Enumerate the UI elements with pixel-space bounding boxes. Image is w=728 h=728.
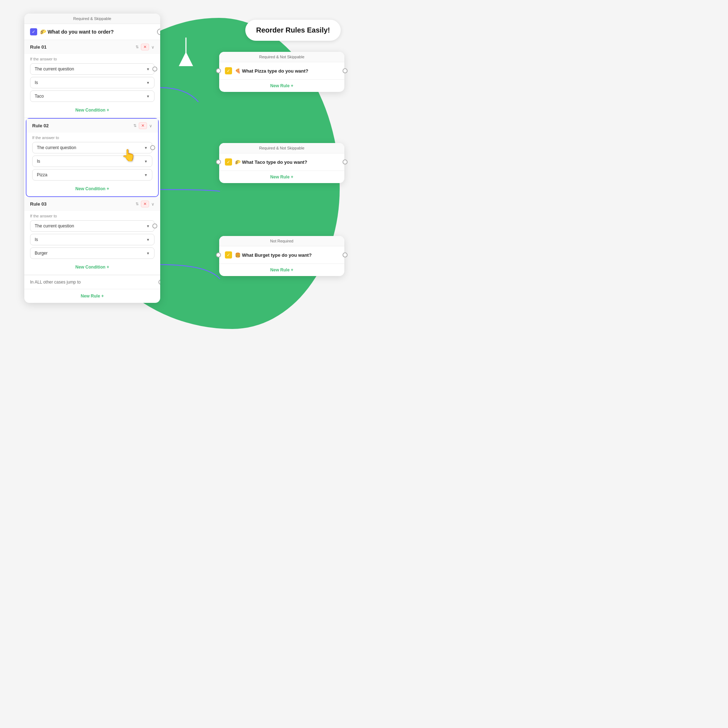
rule-01-question-text: The current question	[35, 66, 74, 72]
rule-02-if-label: If the answer to	[32, 136, 152, 140]
rule-02-section: Rule 02 ⇅ ✕ ∨ If the answer to The curre…	[26, 118, 159, 197]
taco-card-new-rule[interactable]: New Rule +	[219, 171, 344, 183]
taco-card-dot-right	[343, 159, 347, 165]
rule-01-body: If the answer to The current question ▼ …	[24, 54, 160, 118]
question-row: ✓ 🌮 What do you want to order?	[24, 24, 160, 40]
rule-03-header: Rule 03 ⇅ ✕ ∨	[24, 197, 160, 211]
taco-card-question-text: 🌮 What Taco type do you want?	[235, 159, 307, 165]
rule-02-val-text: Pizza	[37, 172, 47, 177]
taco-card-checkbox: ✓	[225, 158, 232, 165]
burger-card: Not Required ✓ 🍔 What Burget type do you…	[219, 236, 344, 276]
rule-03-delete-btn[interactable]: ✕	[141, 200, 149, 207]
reorder-title: Reorder Rules Easily!	[256, 26, 330, 34]
reorder-bubble: Reorder Rules Easily!	[245, 20, 341, 41]
rule-03-val-dropdown[interactable]: Burger ▼	[30, 248, 154, 259]
rule-02-question-text: The current question	[37, 145, 76, 150]
taco-icon: 🌮	[235, 159, 241, 165]
panel-new-rule[interactable]: New Rule +	[24, 289, 160, 303]
rule-03-if-label: If the answer to	[30, 214, 154, 218]
rule-02-label: Rule 02	[32, 123, 49, 128]
taco-new-rule-label: New Rule	[270, 174, 290, 179]
all-cases-text: In ALL other cases jump to	[30, 280, 81, 284]
question-connector-right	[157, 29, 160, 35]
rule-01-op-text: Is	[35, 80, 38, 85]
rule-01-op-dropdown[interactable]: Is ▼	[30, 77, 154, 88]
pizza-card-new-rule[interactable]: New Rule +	[219, 80, 344, 92]
rule-02-question-dot	[150, 145, 155, 150]
rule-03-reorder-icon[interactable]: ⇅	[136, 202, 139, 206]
rule-03-section: Rule 03 ⇅ ✕ ∨ If the answer to The curre…	[24, 197, 160, 275]
rule-01-section: Rule 01 ⇅ ✕ ∨ If the answer to The curre…	[24, 40, 160, 118]
question-checkbox: ✓	[30, 28, 37, 35]
pizza-card: Required & Not Skippable ✓ 🍕 What Pizza …	[219, 52, 344, 92]
rule-01-op-arrow: ▼	[146, 81, 150, 85]
rule-03-new-condition[interactable]: New Condition +	[30, 261, 154, 273]
burger-card-new-rule[interactable]: New Rule +	[219, 264, 344, 276]
rule-02-new-condition-plus: +	[107, 186, 109, 191]
rule-02-reorder-icon[interactable]: ⇅	[133, 123, 136, 128]
burger-card-question-row: ✓ 🍔 What Burget type do you want?	[219, 246, 344, 264]
rule-02-chevron[interactable]: ∨	[149, 123, 152, 128]
taco-question-text: What Taco type do you want?	[242, 159, 307, 165]
burger-card-question-text: 🍔 What Burget type do you want?	[235, 252, 312, 258]
rule-02-new-condition[interactable]: New Condition +	[32, 183, 152, 195]
rule-01-val-dropdown[interactable]: Taco ▼	[30, 90, 154, 102]
rule-01-new-condition-plus: +	[107, 108, 109, 113]
rule-03-chevron[interactable]: ∨	[151, 202, 154, 206]
burger-question-text: What Burget type do you want?	[242, 252, 312, 258]
rule-03-op-arrow: ▼	[146, 238, 150, 242]
rule-01-question-arrow: ▼	[146, 67, 150, 71]
rule-01-label: Rule 01	[30, 44, 46, 50]
rule-01-if-label: If the answer to	[30, 57, 154, 61]
rule-01-actions: ⇅ ✕ ∨	[136, 44, 154, 50]
rule-01-header: Rule 01 ⇅ ✕ ∨	[24, 40, 160, 54]
all-cases-dot	[158, 280, 160, 284]
rule-03-val-text: Burger	[35, 251, 47, 255]
rule-03-question-text: The current question	[35, 223, 74, 228]
taco-card: Required & Not Skippable ✓ 🌮 What Taco t…	[219, 143, 344, 183]
rule-01-chevron[interactable]: ∨	[151, 45, 154, 50]
panel-new-rule-plus: +	[101, 294, 104, 298]
rule-01-reorder-icon[interactable]: ⇅	[136, 45, 139, 49]
taco-card-dot-left	[216, 159, 221, 165]
pizza-card-checkbox: ✓	[225, 67, 232, 74]
taco-card-question-row: ✓ 🌮 What Taco type do you want?	[219, 153, 344, 171]
rule-01-new-condition-label: New Condition	[75, 108, 106, 113]
rule-02-new-condition-label: New Condition	[75, 186, 106, 191]
panel-header: Required & Skippable	[24, 14, 160, 24]
burger-card-checkbox: ✓	[225, 251, 232, 258]
rule-03-new-condition-label: New Condition	[75, 265, 106, 269]
pizza-card-dot-left	[216, 68, 221, 73]
rule-03-op-text: Is	[35, 237, 38, 242]
rule-02-val-arrow: ▼	[144, 173, 148, 177]
pizza-new-rule-plus: +	[291, 83, 293, 88]
rule-01-val-text: Taco	[35, 94, 44, 99]
pizza-card-question-row: ✓ 🍕 What Pizza type do you want?	[219, 62, 344, 80]
question-text: 🌮 What do you want to order?	[40, 29, 114, 35]
rule-03-label: Rule 03	[30, 201, 46, 206]
rule-03-actions: ⇅ ✕ ∨	[136, 200, 154, 207]
rule-01-new-condition[interactable]: New Condition +	[30, 104, 154, 116]
pizza-card-header: Required & Not Skippable	[219, 52, 344, 62]
rule-01-question-dropdown[interactable]: The current question ▼	[30, 63, 154, 75]
pizza-card-question-text: 🍕 What Pizza type do you want?	[235, 68, 308, 73]
burger-icon: 🍔	[235, 252, 241, 258]
rule-03-question-dot	[152, 223, 158, 228]
pizza-card-dot-right	[343, 68, 347, 73]
rule-02-delete-btn[interactable]: ✕	[139, 122, 147, 129]
burger-new-rule-label: New Rule	[270, 268, 290, 272]
rule-02-op-text: Is	[37, 159, 40, 164]
pizza-icon: 🍕	[235, 68, 241, 73]
all-cases-row: In ALL other cases jump to	[24, 275, 160, 289]
rule-03-op-dropdown[interactable]: Is ▼	[30, 234, 154, 245]
rule-02-actions: ⇅ ✕ ∨	[133, 122, 152, 129]
taco-card-header: Required & Not Skippable	[219, 143, 344, 153]
burger-new-rule-plus: +	[291, 268, 293, 272]
rule-03-question-arrow: ▼	[146, 224, 150, 228]
left-panel: Required & Skippable ✓ 🌮 What do you wan…	[24, 14, 160, 303]
rule-02-val-dropdown[interactable]: Pizza ▼	[32, 169, 152, 180]
burger-card-header: Not Required	[219, 236, 344, 246]
rule-01-delete-btn[interactable]: ✕	[141, 44, 149, 50]
rule-02-header: Rule 02 ⇅ ✕ ∨	[26, 119, 158, 133]
rule-03-question-dropdown[interactable]: The current question ▼	[30, 220, 154, 232]
